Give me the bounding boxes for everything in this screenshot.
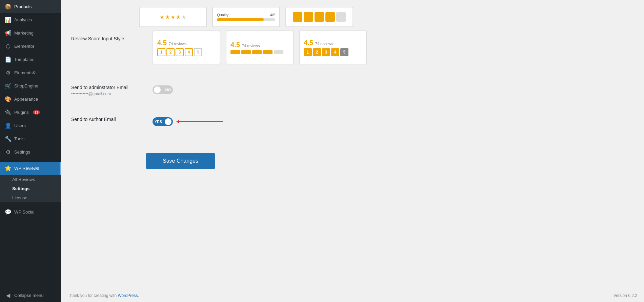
- submenu-all-reviews[interactable]: All Reviews: [0, 175, 61, 184]
- sidebar-item-templates[interactable]: 📄 Templates: [0, 53, 61, 66]
- rating-3: 4.5: [304, 39, 313, 47]
- sidebar-item-appearance[interactable]: 🎨 Appearance: [0, 93, 61, 106]
- num-box-5: 5: [194, 48, 202, 56]
- wp-social-icon: 💬: [5, 209, 12, 215]
- sidebar-item-elementskit[interactable]: ⚙ ElementsKit: [0, 66, 61, 79]
- elementskit-icon: ⚙: [5, 69, 12, 76]
- users-icon: 👤: [5, 122, 12, 129]
- marketing-icon: 📢: [5, 30, 12, 36]
- author-email-label-section: Send to Author Email: [71, 117, 146, 122]
- sidebar-item-products[interactable]: 📦 Products: [0, 0, 61, 13]
- num-box-3: 3: [176, 48, 184, 56]
- num-box-1: 1: [157, 48, 165, 56]
- style-card-colored-numbers[interactable]: 4.5 74 reviews 1 2 3 4 5: [299, 31, 367, 64]
- author-email-label: Send to Author Email: [71, 117, 146, 122]
- style-cards-container: 4.5 74 reviews 1 2 3 4 5 4.5 74: [153, 31, 367, 64]
- rating-1: 4.5: [157, 39, 167, 47]
- sidebar-item-settings[interactable]: ⚙ Settings: [0, 145, 61, 159]
- red-arrow-annotation: [179, 121, 223, 122]
- review-score-label-section: Review Score Input Style: [71, 31, 146, 41]
- collapse-icon: ◀: [5, 292, 12, 299]
- content-area: ★ ★ ★ ★ ★ Quality 4/5: [61, 0, 644, 289]
- number-boxes: 1 2 3 4 5: [157, 48, 202, 56]
- footer-version: Version 6.2.2: [613, 293, 637, 298]
- red-arrow-head: [176, 120, 179, 123]
- footer-text: Thank you for creating with WordPress.: [68, 293, 139, 298]
- quality-section: Quality 4/5: [217, 13, 275, 21]
- sidebar-item-plugins[interactable]: 🔌 Plugins 11: [0, 106, 61, 119]
- author-email-toggle[interactable]: YES: [153, 117, 173, 126]
- admin-email-toggle[interactable]: NO: [153, 85, 173, 94]
- style-card-progress-bars[interactable]: 4.5 74 reviews: [226, 31, 294, 64]
- templates-icon: 📄: [5, 56, 12, 63]
- score-card-colored-blocks[interactable]: [285, 7, 353, 27]
- red-arrow-line: [179, 121, 223, 122]
- prog-seg-2: [241, 50, 251, 54]
- footer: Thank you for creating with WordPress. V…: [61, 289, 644, 302]
- col-num-1: 1: [304, 48, 312, 56]
- quality-label: Quality: [217, 13, 228, 17]
- products-icon: 📦: [5, 3, 12, 10]
- review-score-label: Review Score Input Style: [71, 36, 146, 41]
- sidebar-item-users[interactable]: 👤 Users: [0, 119, 61, 132]
- elementor-icon: ⬡: [5, 43, 12, 49]
- shopengine-icon: 🛒: [5, 83, 12, 89]
- save-changes-button[interactable]: Save Changes: [146, 153, 215, 169]
- plugins-icon: 🔌: [5, 109, 12, 116]
- sidebar-item-wp-social[interactable]: 💬 WP Social: [0, 205, 61, 219]
- review-score-section: Review Score Input Style 4.5 74 reviews …: [71, 31, 634, 64]
- prog-seg-4: [263, 50, 273, 54]
- col-num-2: 2: [313, 48, 321, 56]
- progress-bar-row: [230, 50, 283, 54]
- sidebar-divider: [0, 160, 61, 160]
- col-num-5: 5: [340, 48, 348, 56]
- wordpress-link[interactable]: WordPress: [118, 293, 138, 298]
- review-count-3: 74 reviews: [315, 42, 333, 46]
- submenu-license[interactable]: License: [0, 193, 61, 202]
- num-box-2: 2: [166, 48, 175, 56]
- block-4: [325, 12, 335, 22]
- author-email-toggle-control: YES: [153, 117, 223, 126]
- style-card-numbered-boxes[interactable]: 4.5 74 reviews 1 2 3 4 5: [153, 31, 220, 64]
- sidebar: 📦 Products 📊 Analytics 📢 Marketing ⬡ Ele…: [0, 0, 61, 302]
- quality-bar-bg: [217, 18, 275, 21]
- sidebar-item-shopengine[interactable]: 🛒 ShopEngine: [0, 79, 61, 93]
- review-count-1: 74 reviews: [169, 42, 187, 46]
- review-count-2: 74 reviews: [242, 44, 260, 48]
- appearance-icon: 🎨: [5, 96, 12, 102]
- block-1: [293, 12, 302, 22]
- sidebar-item-analytics[interactable]: 📊 Analytics: [0, 13, 61, 26]
- block-3: [315, 12, 324, 22]
- submenu-settings[interactable]: Settings: [0, 184, 61, 193]
- main-content: ★ ★ ★ ★ ★ Quality 4/5: [61, 0, 644, 302]
- rating-2: 4.5: [230, 41, 240, 49]
- send-author-email-row: Send to Author Email YES: [71, 117, 634, 126]
- admin-email-label-section: Send to adminstrator Email ••••••••••••@…: [71, 85, 146, 96]
- plugins-badge: 11: [33, 110, 40, 115]
- admin-email-value: ••••••••••••@gmail.com: [71, 92, 146, 96]
- sidebar-item-tools[interactable]: 🔧 Tools: [0, 132, 61, 145]
- sidebar-item-elementor[interactable]: ⬡ Elementor: [0, 40, 61, 53]
- author-toggle-label: YES: [155, 120, 162, 124]
- prog-seg-1: [230, 50, 240, 54]
- active-indicator: [60, 162, 61, 175]
- prog-seg-5: [274, 50, 283, 54]
- score-card-quality[interactable]: Quality 4/5: [212, 7, 280, 27]
- quality-bar-fill: [217, 18, 264, 21]
- tools-icon: 🔧: [5, 136, 12, 142]
- sidebar-item-marketing[interactable]: 📢 Marketing: [0, 26, 61, 40]
- sidebar-divider-2: [0, 204, 61, 204]
- admin-toggle-label: NO: [165, 88, 171, 92]
- toggle-knob-admin: [154, 86, 161, 93]
- score-card-stars-partial[interactable]: ★ ★ ★ ★ ★: [139, 7, 207, 27]
- block-2: [304, 12, 313, 22]
- sidebar-item-wp-reviews[interactable]: ⭐ WP Reviews: [0, 162, 61, 175]
- toggle-knob-author: [165, 118, 172, 125]
- col-num-4: 4: [331, 48, 339, 56]
- num-box-4: 4: [185, 48, 193, 56]
- col-num-3: 3: [322, 48, 330, 56]
- top-partial-cards: ★ ★ ★ ★ ★ Quality 4/5: [71, 7, 634, 27]
- sidebar-collapse[interactable]: ◀ Collapse menu: [0, 289, 61, 302]
- quality-value: 4/5: [270, 13, 275, 17]
- send-admin-email-row: Send to adminstrator Email ••••••••••••@…: [71, 85, 634, 96]
